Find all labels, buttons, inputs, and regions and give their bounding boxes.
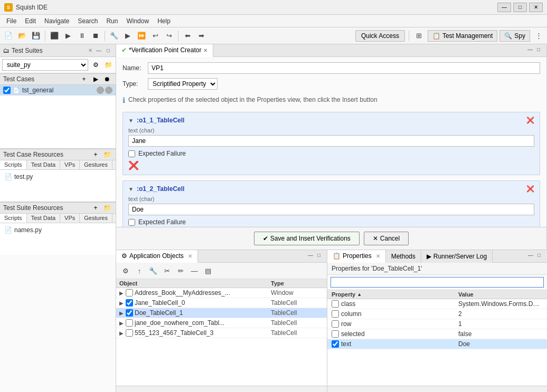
vp-entry-1-collapse[interactable]: ▼: [128, 118, 134, 123]
vp-entry-1-expected-failure-checkbox[interactable]: [128, 150, 135, 157]
ao-row-2-expand[interactable]: ▶: [119, 310, 126, 316]
ao-toolbar-btn-1[interactable]: ⚙: [119, 264, 132, 277]
vp-entry-2-delete-icon[interactable]: ❌: [526, 185, 534, 193]
suite-settings-button[interactable]: ⚙: [90, 60, 101, 70]
cancel-button[interactable]: ✕ Cancel: [364, 232, 409, 245]
props-minimize-button[interactable]: —: [528, 252, 536, 261]
tab-minimize-button[interactable]: —: [527, 46, 536, 55]
menu-navigate[interactable]: Navigate: [40, 16, 73, 26]
vp-entry-1-delete-icon[interactable]: ❌: [526, 117, 534, 124]
tab-test-data[interactable]: Test Data: [27, 160, 60, 169]
props-column-checkbox[interactable]: [332, 310, 339, 318]
suite-tab-vps[interactable]: VPs: [60, 214, 80, 223]
ao-row-4-checkbox[interactable]: [126, 329, 133, 337]
tab-maximize-button[interactable]: □: [537, 46, 545, 55]
ao-row-2-checkbox[interactable]: [126, 309, 133, 317]
vp-entry-2-expected-failure-checkbox[interactable]: [128, 219, 135, 226]
toolbar-btn-2[interactable]: ▶: [62, 30, 74, 42]
toolbar-btn-3[interactable]: ⏸: [76, 30, 88, 42]
ao-toolbar-btn-6[interactable]: —: [188, 264, 201, 277]
vp-creator-tab-close[interactable]: ✕: [203, 47, 208, 53]
toolbar-btn-5[interactable]: 🔧: [108, 30, 120, 42]
record-test-case-button[interactable]: ⏺: [102, 74, 112, 84]
tab-vps[interactable]: VPs: [60, 160, 80, 169]
suite-resource-folder-button[interactable]: 📁: [102, 203, 112, 213]
run-test-case-button[interactable]: ▶: [90, 74, 101, 84]
ao-maximize-button[interactable]: □: [317, 252, 326, 261]
suite-tab-gestures[interactable]: Gestures: [80, 214, 112, 223]
toolbar-layout-btn[interactable]: ⊞: [413, 30, 426, 42]
runner-log-tab[interactable]: ▶ Runner/Server Log: [421, 250, 493, 263]
toolbar-btn-1[interactable]: ⬛: [48, 30, 61, 42]
ao-row-3-checkbox[interactable]: [126, 319, 133, 327]
suite-folder-button[interactable]: 📁: [103, 60, 114, 70]
test-case-item[interactable]: 📄 tst_general: [0, 85, 116, 95]
add-test-case-button[interactable]: +: [79, 74, 89, 84]
toolbar-btn-4[interactable]: ⏹: [89, 30, 102, 42]
maximize-button[interactable]: □: [513, 3, 527, 12]
vp-type-select[interactable]: Scriptified Property: [148, 78, 218, 90]
save-insert-button[interactable]: ✔ Save and Insert Verifications: [254, 232, 360, 245]
toolbar-open-button[interactable]: 📂: [16, 30, 29, 42]
suite-tab-test-data[interactable]: Test Data: [27, 214, 60, 223]
tab-gestures[interactable]: Gestures: [80, 160, 112, 169]
ao-row-0-checkbox[interactable]: [126, 289, 133, 297]
ao-row-0-expand[interactable]: ▶: [119, 290, 126, 296]
vp-creator-tab[interactable]: ✔ *Verification Point Creator ✕: [116, 44, 213, 57]
maximize-panel-button[interactable]: □: [104, 47, 112, 54]
menu-search[interactable]: Search: [73, 16, 102, 26]
props-row-column[interactable]: column 2: [327, 309, 547, 319]
minimize-panel-button[interactable]: —: [95, 47, 103, 54]
vp-entry-2-prop-value[interactable]: [128, 204, 534, 215]
resource-item-test-py[interactable]: 📄 test.py: [2, 172, 114, 181]
toolbar-save-button[interactable]: 💾: [30, 30, 42, 42]
app-objects-tab-close[interactable]: ✕: [188, 253, 192, 259]
props-horizontal-scrollbar[interactable]: [327, 386, 547, 392]
resource-item-names-py[interactable]: 📄 names.py: [2, 225, 114, 235]
add-resource-button[interactable]: +: [90, 149, 101, 160]
test-case-checkbox[interactable]: [3, 87, 11, 94]
menu-window[interactable]: Window: [122, 16, 153, 26]
close-button[interactable]: ✕: [529, 3, 543, 12]
properties-tab-close[interactable]: ✕: [376, 253, 380, 259]
props-row-text[interactable]: text Doe: [327, 339, 547, 349]
ao-row-1-checkbox[interactable]: [126, 299, 133, 307]
props-row-class[interactable]: class System.Windows.Forms.DataG...: [327, 299, 547, 309]
ao-row-1-expand[interactable]: ▶: [119, 300, 126, 306]
ao-row-4[interactable]: ▶ 555_123_4567_TableCell_3 TableCell: [116, 328, 327, 338]
toolbar-btn-7[interactable]: ⏩: [135, 30, 148, 42]
ao-toolbar-btn-2[interactable]: ↑: [133, 264, 146, 277]
toolbar-btn-11[interactable]: ➡: [195, 30, 208, 42]
props-class-checkbox[interactable]: [332, 300, 339, 308]
spy-button[interactable]: 🔍 Spy: [499, 30, 530, 42]
ao-row-4-expand[interactable]: ▶: [119, 330, 126, 336]
test-management-button[interactable]: 📋 Test Management: [428, 30, 497, 42]
ao-row-3-expand[interactable]: ▶: [119, 320, 126, 326]
properties-tab[interactable]: 📋 Properties ✕: [327, 250, 386, 263]
resource-folder-button[interactable]: 📁: [102, 149, 112, 160]
methods-tab[interactable]: Methods: [386, 250, 421, 263]
minimize-button[interactable]: —: [497, 3, 511, 12]
quick-access-button[interactable]: Quick Access: [355, 30, 405, 42]
props-row-selected[interactable]: selected false: [327, 329, 547, 339]
ao-minimize-button[interactable]: —: [308, 252, 316, 261]
ao-row-2[interactable]: ▶ Doe_TableCell_1 TableCell: [116, 308, 327, 318]
add-suite-resource-button[interactable]: +: [90, 203, 101, 213]
vp-name-input[interactable]: [148, 62, 540, 74]
app-objects-tab[interactable]: ⚙ Application Objects ✕: [116, 250, 198, 263]
props-selected-checkbox[interactable]: [332, 330, 339, 338]
toolbar-new-button[interactable]: 📄: [2, 30, 15, 42]
menu-file[interactable]: File: [2, 16, 21, 26]
menu-edit[interactable]: Edit: [21, 16, 40, 26]
ao-toolbar-btn-4[interactable]: ✂: [161, 264, 173, 277]
suite-dropdown[interactable]: suite_py: [2, 59, 88, 71]
toolbar-btn-9[interactable]: ↪: [163, 30, 175, 42]
ao-row-1[interactable]: ▶ Jane_TableCell_0 TableCell: [116, 298, 327, 308]
ao-toolbar-btn-3[interactable]: 🔧: [147, 264, 159, 277]
menu-help[interactable]: Help: [153, 16, 175, 26]
toolbar-btn-8[interactable]: ↩: [149, 30, 162, 42]
suite-tab-scripts[interactable]: Scripts: [0, 214, 27, 223]
ao-toolbar-btn-7[interactable]: ▤: [202, 264, 214, 277]
tab-scripts[interactable]: Scripts: [0, 160, 27, 169]
ao-row-3[interactable]: ▶ jane_doe_nowhere_com_Tabl... TableCell: [116, 318, 327, 328]
